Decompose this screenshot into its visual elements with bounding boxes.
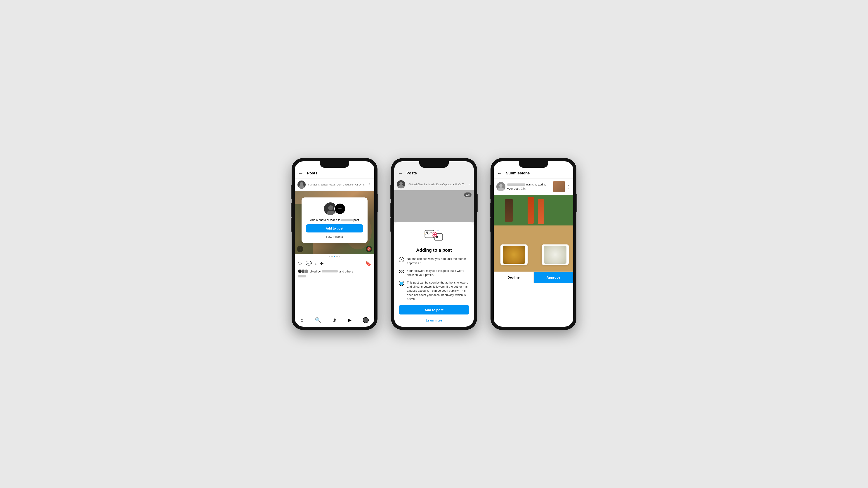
bookmark-icon[interactable]: 🔖 — [365, 261, 371, 267]
svg-point-30 — [499, 184, 502, 187]
view-more-bar — [298, 275, 306, 278]
submission-avatar — [496, 182, 505, 191]
phone2-post-item: ♪ Virtuell Chamber Muzik, Dom Capuano • … — [394, 178, 474, 190]
post-controls: + 🔇 — [295, 246, 374, 252]
svg-point-20 — [437, 230, 437, 231]
learn-more-link[interactable]: Learn more — [426, 319, 442, 322]
phone-1: ← Posts ♪ Virtuell Chamber Muzik, Dom Ca… — [291, 158, 377, 330]
phone1-title: Posts — [307, 171, 317, 175]
liked-by-suffix: and others — [339, 270, 353, 273]
info-text-2: Your followers may see this post but it … — [407, 269, 469, 277]
modal-title: Adding to a post — [416, 248, 452, 253]
approve-button[interactable]: Approve — [534, 272, 574, 283]
submission-text: wants to add to your post. 18s — [507, 183, 552, 191]
music-text-2: Virtuell Chamber Muzik, Dom Capuano • Ai… — [409, 183, 465, 186]
add-to-post-button-1[interactable]: Add to post — [306, 224, 363, 232]
nav-profile-avatar[interactable] — [363, 317, 369, 323]
more-dots-2[interactable]: ⋮ — [467, 182, 471, 187]
more-dots-3[interactable]: ⋮ — [566, 184, 570, 189]
svg-point-25 — [425, 233, 425, 234]
decline-button[interactable]: Decline — [494, 272, 534, 283]
mute-button[interactable]: 🔇 — [366, 246, 372, 252]
nav-reels-icon[interactable]: ▶ — [348, 317, 351, 323]
back-arrow-3[interactable]: ← — [497, 170, 502, 176]
svg-point-21 — [439, 232, 440, 232]
post-actions: ♡ 💬 1 ✈ 🔖 — [295, 259, 374, 268]
phone-2: ← Posts ♪ Virtuell Chamber Muzik, Dom Ca… — [391, 158, 477, 330]
phone2-title: Posts — [406, 171, 417, 175]
liked-avatars — [298, 269, 308, 273]
dot-5 — [339, 256, 340, 257]
svg-marker-16 — [436, 236, 438, 238]
phones-container: ← Posts ♪ Virtuell Chamber Muzik, Dom Ca… — [291, 158, 577, 330]
back-arrow-2[interactable]: ← — [398, 170, 403, 176]
music-text-1: Virtuell Chamber Muzik, Dom Capuano • Ai… — [310, 183, 366, 186]
more-dots-1[interactable]: ⋮ — [368, 182, 372, 187]
food-photo — [494, 195, 573, 271]
svg-point-7 — [328, 205, 333, 210]
drink-1 — [505, 199, 513, 222]
action-buttons: Decline Approve — [494, 271, 573, 283]
liked-by: Liked by and others — [295, 268, 374, 274]
nav-home-icon[interactable]: ⌂ — [301, 317, 303, 323]
svg-rect-12 — [394, 190, 474, 222]
heart-icon[interactable]: ♡ — [298, 261, 303, 267]
svg-point-11 — [398, 185, 404, 188]
bottom-nav-1: ⌂ 🔍 ⊕ ▶ — [295, 315, 374, 327]
globe-icon: 🌐 — [399, 281, 404, 286]
svg-point-27 — [399, 270, 404, 273]
add-to-post-button-2[interactable]: Add to post — [399, 305, 469, 315]
notch-2 — [419, 161, 449, 168]
drink-2 — [528, 197, 534, 224]
info-item-1: ✓ No one can see what you add until the … — [399, 257, 469, 265]
post-avatar-1 — [298, 181, 306, 189]
nav-add-icon[interactable]: ⊕ — [332, 317, 336, 323]
drink-3 — [538, 199, 544, 224]
dot-2 — [331, 256, 333, 257]
add-circle-button[interactable]: + — [297, 246, 303, 252]
how-it-works-link[interactable]: How it works — [326, 235, 343, 238]
nav-search-icon[interactable]: 🔍 — [315, 317, 321, 323]
liked-name — [322, 270, 338, 272]
phone-3: ← Submissions wants to add to your post.… — [491, 158, 577, 330]
modal-sheet: Adding to a post ✓ No one can see what y… — [394, 222, 474, 327]
info-item-2: Your followers may see this post but it … — [399, 269, 469, 277]
music-line-2: ♪ Virtuell Chamber Muzik, Dom Capuano • … — [407, 183, 465, 186]
avatar-plus-icon: + — [334, 203, 346, 215]
post-item-info-1: ♪ Virtuell Chamber Muzik, Dom Capuano • … — [308, 183, 365, 186]
svg-point-2 — [299, 185, 304, 189]
view-more[interactable] — [295, 274, 374, 279]
svg-point-28 — [401, 271, 402, 272]
avatar-stack: + — [323, 202, 346, 216]
info-list: ✓ No one can see what you add until the … — [399, 257, 469, 301]
post-image-area-1: + Add a photo or video to post Add to po… — [295, 191, 374, 254]
liked-avatar-3 — [304, 269, 308, 273]
submission-username-bar — [507, 184, 525, 186]
dot-4 — [336, 256, 338, 257]
submission-time: 18s — [521, 187, 526, 190]
check-icon: ✓ — [399, 257, 404, 262]
svg-point-26 — [426, 230, 426, 230]
food-plate-2 — [541, 245, 569, 265]
dots-indicator — [295, 254, 374, 259]
music-line-1: ♪ Virtuell Chamber Muzik, Dom Capuano • … — [308, 183, 365, 186]
svg-point-22 — [442, 230, 442, 230]
post-item-1: ♪ Virtuell Chamber Muzik, Dom Capuano • … — [295, 179, 374, 191]
user-placeholder — [341, 219, 352, 221]
back-arrow-1[interactable]: ← — [298, 170, 303, 176]
svg-point-10 — [399, 182, 403, 185]
comment-icon[interactable]: 💬 — [306, 261, 312, 267]
submission-item: wants to add to your post. 18s ⋮ — [494, 179, 573, 195]
share-icon[interactable]: ✈ — [320, 261, 324, 267]
info-text-1: No one can see what you add until the au… — [407, 257, 469, 265]
liked-by-label: Liked by — [310, 270, 320, 273]
adding-to-post-icon — [423, 229, 445, 243]
slide-badge: 3/8 — [464, 193, 471, 197]
phone2-image-strip: 3/8 — [394, 190, 474, 222]
submission-thumbnail — [553, 181, 565, 192]
notch-3 — [519, 161, 548, 168]
add-card-text: Add a photo or video to post — [310, 218, 359, 222]
post-item-info-2: ♪ Virtuell Chamber Muzik, Dom Capuano • … — [407, 183, 465, 186]
svg-point-1 — [300, 182, 303, 185]
dot-1 — [329, 256, 330, 257]
